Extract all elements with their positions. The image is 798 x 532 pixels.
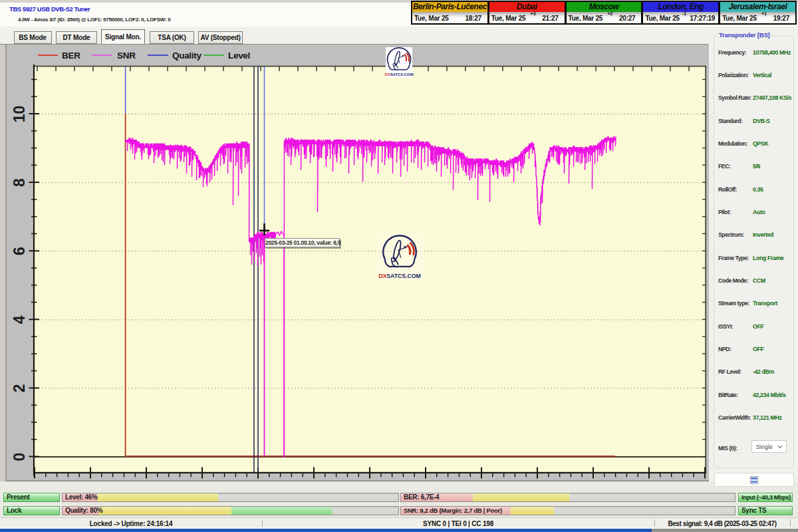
svg-text:DXSATCS.COM: DXSATCS.COM [384,72,413,76]
svg-text:Quality: Quality [172,51,201,61]
svg-text:4: 4 [11,315,28,324]
svg-text:10: 10 [11,106,28,123]
svg-text:Level: Level [228,51,250,61]
svg-text:SNR: SNR [117,51,136,61]
svg-text:0: 0 [11,453,28,462]
svg-text:6: 6 [11,247,28,255]
svg-text:8: 8 [11,178,28,187]
svg-text:DXSATCS.COM: DXSATCS.COM [378,273,421,279]
svg-text:BER: BER [62,51,80,61]
svg-text:2: 2 [11,384,28,393]
